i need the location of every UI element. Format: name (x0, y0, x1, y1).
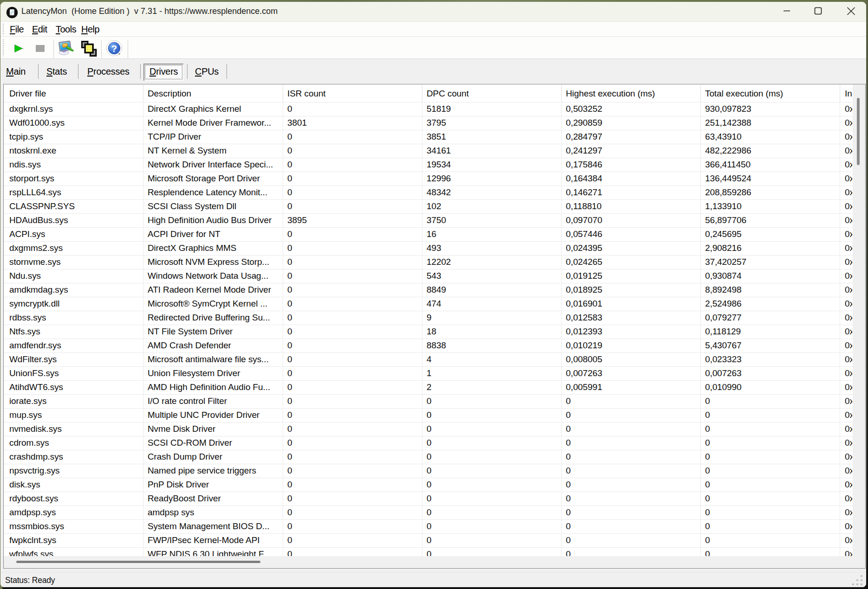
svg-text:?: ? (111, 43, 117, 54)
